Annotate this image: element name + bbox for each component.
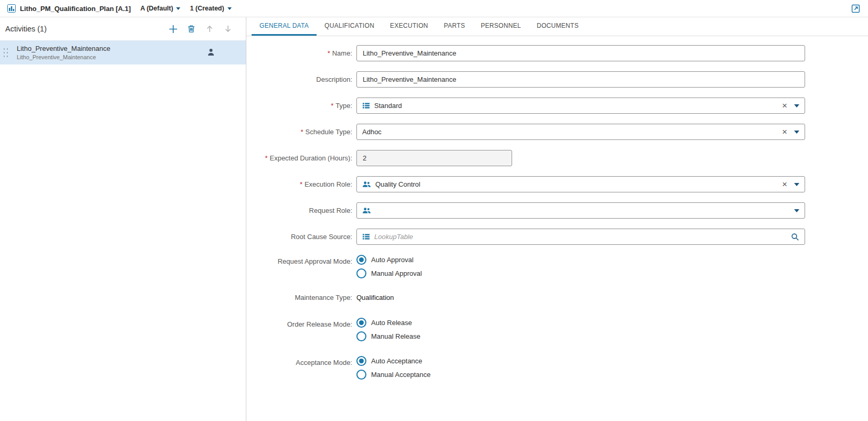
root-cause-source-label-text: Root Cause Source:	[291, 233, 352, 241]
radio-option-auto-approval[interactable]: Auto Approval	[356, 255, 805, 265]
activities-toolbar	[168, 24, 241, 34]
order-release-mode-label-text: Order Release Mode:	[287, 320, 352, 328]
form-row-order-release-mode: Order Release Mode: Auto Release Manual …	[246, 318, 868, 341]
request-role-label: Request Role:	[246, 202, 356, 219]
type-label: *Type:	[246, 98, 356, 114]
schedule-type-label: *Schedule Type:	[246, 124, 356, 140]
form-row-type: *Type: Standard ×	[246, 98, 868, 114]
name-label-text: Name:	[332, 49, 352, 57]
delete-activity-button[interactable]	[186, 24, 197, 34]
radio-unselected-icon[interactable]	[356, 331, 366, 341]
version-selector-label: A (Default)	[140, 5, 173, 12]
form-row-name: *Name:	[246, 45, 868, 61]
move-down-button[interactable]	[223, 24, 233, 34]
maintenance-type-label-text: Maintenance Type:	[295, 294, 352, 301]
expand-window-icon[interactable]	[850, 3, 861, 14]
tab-parts[interactable]: PARTS	[436, 17, 473, 36]
form-row-description: Description:	[246, 71, 868, 88]
form-row-request-approval-mode: Request Approval Mode: Auto Approval Man…	[246, 255, 868, 278]
order-release-mode-group: Auto Release Manual Release	[356, 318, 805, 341]
schedule-type-value: Adhoc	[362, 128, 778, 136]
chevron-down-icon[interactable]	[794, 104, 799, 107]
request-role-combo[interactable]	[356, 202, 805, 219]
expected-duration-label: *Expected Duration (Hours):	[246, 150, 356, 166]
radio-option-auto-release[interactable]: Auto Release	[356, 318, 805, 328]
expected-duration-label-text: Expected Duration (Hours):	[269, 154, 352, 162]
people-icon	[362, 180, 371, 188]
acceptance-mode-group: Auto Acceptance Manual Acceptance	[356, 356, 805, 380]
radio-selected-icon[interactable]	[356, 318, 366, 328]
form-row-execution-role: *Execution Role: Quality Control ×	[246, 176, 868, 192]
state-selector-label: 1 (Created)	[190, 5, 224, 12]
request-role-label-text: Request Role:	[309, 207, 352, 214]
move-up-button[interactable]	[204, 24, 215, 34]
required-marker: *	[300, 180, 302, 188]
request-approval-mode-label: Request Approval Mode:	[246, 255, 356, 267]
radio-selected-icon[interactable]	[356, 356, 366, 366]
chevron-down-icon[interactable]	[794, 183, 799, 186]
request-approval-mode-group: Auto Approval Manual Approval	[356, 255, 805, 278]
chevron-down-icon[interactable]	[794, 209, 799, 212]
radio-option-label: Auto Approval	[371, 256, 414, 264]
drag-handle-icon[interactable]	[2, 46, 8, 59]
tab-general-data[interactable]: GENERAL DATA	[252, 17, 317, 36]
root-cause-source-input[interactable]	[374, 230, 787, 244]
execution-role-combo[interactable]: Quality Control ×	[356, 176, 805, 192]
execution-role-label: *Execution Role:	[246, 176, 356, 192]
radio-unselected-icon[interactable]	[356, 370, 366, 380]
request-approval-mode-label-text: Request Approval Mode:	[278, 257, 352, 265]
description-label-text: Description:	[316, 75, 352, 83]
clear-icon[interactable]: ×	[782, 127, 787, 136]
name-label: *Name:	[246, 45, 356, 61]
radio-unselected-icon[interactable]	[356, 268, 366, 278]
radio-option-manual-acceptance[interactable]: Manual Acceptance	[356, 370, 805, 380]
clear-icon[interactable]: ×	[782, 101, 787, 110]
root-cause-source-label: Root Cause Source:	[246, 229, 356, 245]
maintenance-type-value: Qualification	[356, 294, 394, 301]
search-icon[interactable]	[791, 233, 799, 241]
required-marker: *	[265, 154, 267, 162]
version-selector[interactable]: A (Default)	[140, 5, 181, 12]
tab-execution[interactable]: EXECUTION	[382, 17, 436, 36]
type-value: Standard	[374, 102, 778, 110]
expected-duration-input[interactable]	[356, 150, 512, 166]
root-cause-source-picker[interactable]	[356, 229, 805, 245]
name-input[interactable]	[356, 45, 805, 61]
general-data-form: *Name: Description: *Type: Standard ×	[246, 36, 868, 394]
required-marker: *	[331, 102, 333, 110]
tab-qualification[interactable]: QUALIFICATION	[317, 17, 382, 36]
activities-header: Activities (1)	[0, 17, 246, 40]
acceptance-mode-label-text: Acceptance Mode:	[296, 359, 352, 366]
radio-selected-icon[interactable]	[356, 255, 366, 265]
radio-option-label: Manual Approval	[371, 269, 422, 277]
acceptance-mode-label: Acceptance Mode:	[246, 356, 356, 369]
clear-icon[interactable]: ×	[782, 180, 787, 189]
entity-icon	[7, 4, 16, 13]
state-selector[interactable]: 1 (Created)	[190, 5, 231, 12]
order-release-mode-label: Order Release Mode:	[246, 318, 356, 330]
description-label: Description:	[246, 71, 356, 88]
chevron-down-icon	[227, 7, 232, 10]
radio-option-manual-release[interactable]: Manual Release	[356, 331, 805, 341]
activity-list-item[interactable]: Litho_Preventive_Maintenance Litho_Preve…	[0, 40, 246, 64]
radio-option-auto-acceptance[interactable]: Auto Acceptance	[356, 356, 805, 366]
type-combo[interactable]: Standard ×	[356, 98, 805, 114]
person-icon	[207, 48, 215, 58]
maintenance-type-label: Maintenance Type:	[246, 293, 356, 303]
required-marker: *	[301, 128, 303, 136]
description-input[interactable]	[356, 71, 805, 88]
add-activity-button[interactable]	[168, 24, 178, 34]
radio-option-label: Auto Release	[371, 319, 412, 327]
page-title: Litho_PM_Qualification_Plan [A.1]	[20, 5, 131, 13]
execution-role-label-text: Execution Role:	[305, 180, 352, 188]
required-marker: *	[328, 49, 330, 57]
tab-bar: GENERAL DATA QUALIFICATION EXECUTION PAR…	[246, 17, 868, 36]
activity-title: Litho_Preventive_Maintenance	[17, 45, 111, 52]
radio-option-manual-approval[interactable]: Manual Approval	[356, 268, 805, 278]
tab-documents[interactable]: DOCUMENTS	[529, 17, 587, 36]
schedule-type-combo[interactable]: Adhoc ×	[356, 124, 805, 140]
people-icon	[362, 207, 371, 214]
tab-personnel[interactable]: PERSONNEL	[473, 17, 529, 36]
form-row-request-role: Request Role:	[246, 202, 868, 219]
chevron-down-icon[interactable]	[794, 131, 799, 134]
